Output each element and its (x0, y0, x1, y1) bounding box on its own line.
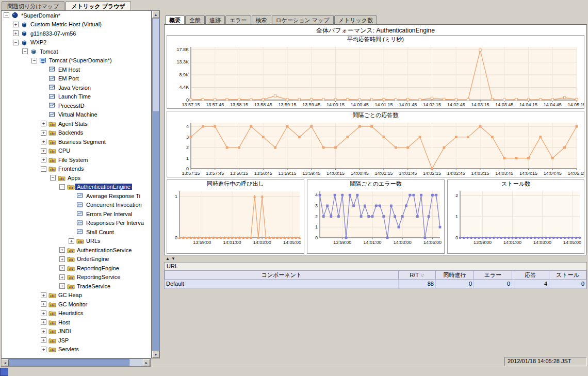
tree-item-authenticationservice[interactable]: +AuthenticationService (2, 246, 151, 255)
expand-toggle-icon[interactable]: + (59, 247, 65, 253)
column-header-5[interactable]: ストール (549, 270, 586, 280)
tree-item-gc-heap[interactable]: +GC Heap (2, 291, 151, 300)
tree-item-authenticationengine[interactable]: −AuthenticationEngine (2, 183, 151, 192)
tree-item-processid[interactable]: ProcessID (2, 101, 151, 110)
expand-toggle-icon[interactable]: + (13, 22, 19, 27)
chart-plot-area[interactable]: 0113:59:0014:01:0014:03:0014:05:00 (167, 188, 304, 246)
tree-item-file-system[interactable]: +File System (2, 155, 151, 165)
window-tab-1[interactable]: メトリック ブラウザ (66, 1, 130, 10)
tree-item-tradeservice[interactable]: +TradeService (2, 282, 151, 291)
detail-tab-5[interactable]: ロケーション マップ (272, 15, 334, 24)
expand-toggle-icon[interactable]: + (41, 121, 46, 126)
tree-item-reportingengine[interactable]: +ReportingEngine (2, 264, 151, 273)
tree-item-jsp[interactable]: +JSP (2, 336, 151, 345)
detail-tab-6[interactable]: メトリック数 (334, 15, 377, 24)
expand-toggle-icon[interactable]: + (41, 130, 46, 136)
expand-toggle-icon[interactable]: + (41, 337, 46, 343)
tree-item-frontends[interactable]: −Frontends (2, 165, 151, 174)
expand-toggle-icon[interactable]: + (41, 301, 46, 307)
sort-indicator-icon: ▽ (420, 273, 424, 278)
tree-item-jndi[interactable]: +JNDI (2, 327, 151, 336)
detail-tab-2[interactable]: 追跡 (205, 15, 225, 24)
expand-toggle-icon[interactable]: + (59, 274, 65, 280)
tree-item-wxp2[interactable]: −WXP2 (2, 38, 151, 47)
expand-toggle-icon[interactable]: + (59, 265, 65, 271)
tree-item-business-segment[interactable]: +Business Segment (2, 137, 151, 146)
column-header-1[interactable]: R/T▽ (399, 270, 436, 280)
detail-tab-1[interactable]: 全般 (185, 15, 205, 24)
expand-toggle-icon[interactable]: + (41, 139, 46, 144)
collapse-up-icon[interactable]: ▲ (166, 256, 170, 261)
tree-item-launch-time[interactable]: Launch Time (2, 92, 151, 102)
tree-item-em-port[interactable]: EM Port (2, 74, 151, 84)
chart-plot-area[interactable]: 01213:59:0014:01:0014:03:0014:05:00 (448, 188, 584, 246)
tree-item-agent-stats[interactable]: +Agent Stats (2, 119, 151, 128)
expand-toggle-icon[interactable]: + (41, 347, 46, 352)
table-row[interactable]: Default880040 (165, 280, 586, 289)
tree-item-stall-count[interactable]: Stall Count (2, 227, 151, 237)
expand-toggle-icon[interactable]: + (41, 319, 46, 325)
tree-item-concurrent-invocation[interactable]: Concurrent Invocation (2, 201, 151, 210)
tree-item-superdomain[interactable]: −*SuperDomain* (2, 11, 151, 20)
chart-plot-area[interactable]: 0123413:59:0014:01:0014:03:0014:05:00 (307, 188, 444, 246)
tree-item-gc-monitor[interactable]: +GC Monitor (2, 300, 151, 309)
expand-toggle-icon[interactable]: + (41, 329, 46, 334)
tree-item-java-version[interactable]: Java Version (2, 83, 151, 92)
tree-item-tomcat-superdomain[interactable]: −Tomcat (*SuperDomain*) (2, 56, 151, 66)
scroll-up-icon[interactable]: ▲ (152, 11, 159, 18)
expand-toggle-icon[interactable]: + (41, 157, 46, 162)
column-header-4[interactable]: 応答 (512, 270, 549, 280)
expand-toggle-icon[interactable]: + (41, 148, 46, 154)
collapse-toggle-icon[interactable]: − (50, 175, 56, 181)
column-header-3[interactable]: エラー (474, 270, 512, 280)
tree-item-g11n833-07-vm56[interactable]: +g11n833-07-vm56 (2, 29, 151, 38)
chart-plot-area[interactable]: 04.4K8.9K13.3K17.8K13:57:1513:57:4513:58… (167, 43, 584, 108)
expand-toggle-icon[interactable]: + (13, 30, 19, 36)
window-tab-0[interactable]: 問題切り分けマップ (2, 1, 64, 10)
tree-item-reportingservice[interactable]: +ReportingService (2, 273, 151, 282)
collapse-toggle-icon[interactable]: − (59, 184, 65, 190)
tree-item-orderengine[interactable]: +OrderEngine (2, 255, 151, 264)
column-header-2[interactable]: 同時進行 (436, 270, 474, 280)
detail-tab-4[interactable]: 検索 (252, 15, 271, 24)
collapse-toggle-icon[interactable]: − (22, 48, 28, 54)
vertical-scroll-thumb[interactable] (152, 18, 159, 112)
collapse-toggle-icon[interactable]: − (4, 12, 9, 18)
tree-item-heuristics[interactable]: +Heuristics (2, 309, 151, 318)
chart-title: 間隔ごとの応答数 (167, 111, 584, 119)
tree-item-cpu[interactable]: +CPU (2, 146, 151, 156)
tree-item-errors-per-interval[interactable]: Errors Per Interval (2, 209, 151, 219)
tree-item-virtual-machine[interactable]: Virtual Machine (2, 110, 151, 120)
tree-item-em-host[interactable]: EM Host (2, 65, 151, 74)
tree-item-urls[interactable]: +URLs (2, 237, 151, 246)
tree-item-backends[interactable]: +Backends (2, 128, 151, 138)
expand-toggle-icon[interactable]: + (69, 238, 74, 244)
collapse-toggle-icon[interactable]: − (41, 166, 46, 172)
tree-item-tomcat[interactable]: −Tomcat (2, 47, 151, 56)
scroll-down-icon[interactable]: ▼ (152, 351, 159, 358)
tree-item-average-response-ti[interactable]: Average Response Ti (2, 191, 151, 201)
expand-toggle-icon[interactable]: + (41, 292, 46, 298)
expand-toggle-icon[interactable]: + (59, 283, 65, 289)
tree-item-host[interactable]: +Host (2, 318, 151, 327)
tree-item-responses-per-interva[interactable]: Responses Per Interva (2, 219, 151, 228)
tree-item-custom-metric-host-virtual[interactable]: +Custom Metric Host (Virtual) (2, 20, 151, 29)
column-header-0[interactable]: コンポーネント (165, 270, 399, 280)
collapse-down-icon[interactable]: ▼ (171, 256, 175, 261)
collapse-toggle-icon[interactable]: − (13, 40, 19, 45)
collapse-toggle-icon[interactable]: − (31, 58, 37, 63)
expand-toggle-icon[interactable]: + (41, 310, 46, 316)
horizontal-scroll-thumb[interactable] (9, 359, 129, 366)
scroll-left-icon[interactable]: ◄ (2, 359, 9, 366)
tree-vertical-scrollbar[interactable]: ▲ ▼ (152, 10, 160, 358)
expand-toggle-icon[interactable]: + (59, 256, 65, 262)
tree-item-apps[interactable]: −Apps (2, 173, 151, 183)
chart-plot-area[interactable]: 0123413:57:1513:57:4513:58:1513:58:4513:… (167, 119, 584, 177)
detail-tab-0[interactable]: 概要 (165, 15, 185, 24)
tree-horizontal-scrollbar[interactable]: ◄ ► (1, 358, 151, 367)
detail-tab-3[interactable]: エラー (225, 15, 251, 24)
panel-splitter[interactable] (160, 10, 164, 367)
scroll-right-icon[interactable]: ► (143, 359, 150, 366)
svg-text:14:03:45: 14:03:45 (495, 102, 513, 107)
tree-item-servlets[interactable]: +Servlets (2, 345, 151, 354)
